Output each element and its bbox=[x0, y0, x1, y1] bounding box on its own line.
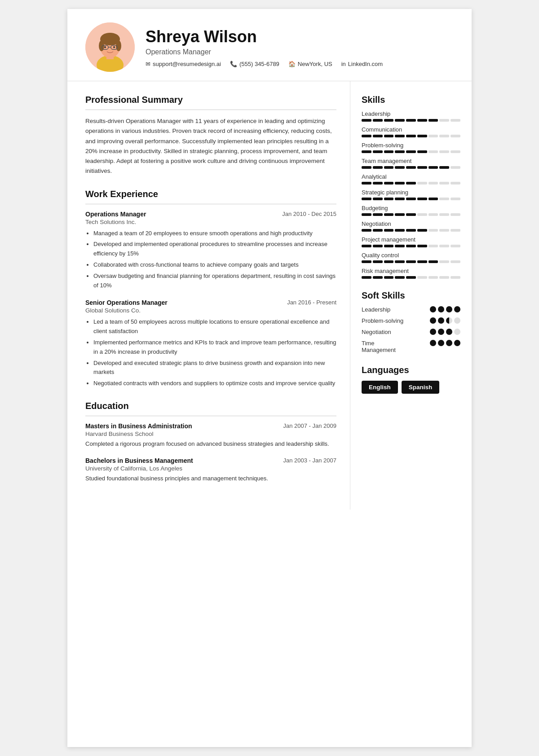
skill-item: Team management bbox=[362, 158, 460, 169]
skill-segment bbox=[417, 245, 427, 247]
skill-segment bbox=[406, 166, 416, 169]
skill-segment bbox=[417, 150, 427, 153]
skill-bar bbox=[362, 166, 460, 169]
location-icon: 🏠 bbox=[288, 61, 296, 67]
soft-skill-name: Leadership bbox=[362, 306, 426, 313]
skill-segment bbox=[373, 229, 383, 232]
skill-segment bbox=[439, 119, 449, 122]
skill-segment bbox=[439, 198, 449, 200]
skill-segment bbox=[429, 150, 438, 153]
svg-point-10 bbox=[104, 46, 106, 48]
skill-segment bbox=[384, 150, 394, 153]
skill-name: Strategic planning bbox=[362, 189, 460, 196]
edu-dates: Jan 2007 - Jan 2009 bbox=[283, 422, 336, 429]
job-dates: Jan 2016 - Present bbox=[287, 299, 336, 306]
skill-segment bbox=[384, 229, 394, 232]
edu-desc: Studied foundational business principles… bbox=[85, 474, 336, 483]
email-icon: ✉ bbox=[146, 61, 150, 67]
skill-segment bbox=[439, 229, 449, 232]
job-entry: Senior Operations Manager Jan 2016 - Pre… bbox=[85, 299, 336, 388]
edu-degree: Masters in Business Administration bbox=[85, 422, 192, 430]
skill-segment bbox=[429, 119, 438, 122]
edu-entry: Bachelors in Business Management Jan 200… bbox=[85, 457, 336, 483]
dot-filled bbox=[446, 306, 452, 312]
languages-title: Languages bbox=[362, 365, 460, 375]
summary-text: Results-driven Operations Manager with 1… bbox=[85, 116, 336, 176]
dot-empty bbox=[454, 329, 460, 335]
skill-segment bbox=[429, 198, 438, 200]
job-title: Senior Operations Manager bbox=[85, 299, 168, 306]
skill-segment bbox=[395, 182, 405, 185]
skill-item: Strategic planning bbox=[362, 189, 460, 200]
job-company: Tech Solutions Inc. bbox=[85, 219, 336, 225]
contact-row: ✉ support@resumedesign.ai 📞 (555) 345-67… bbox=[146, 61, 383, 67]
skill-name: Negotiation bbox=[362, 220, 460, 227]
bullet-item: Led a team of 50 employees across multip… bbox=[93, 317, 336, 336]
edu-dates: Jan 2003 - Jan 2007 bbox=[283, 457, 336, 464]
skills-title: Skills bbox=[362, 95, 460, 105]
skill-segment bbox=[395, 166, 405, 169]
skill-segment bbox=[451, 135, 460, 137]
skill-segment bbox=[362, 166, 371, 169]
bullet-item: Negotiated contracts with vendors and su… bbox=[93, 379, 336, 388]
bullet-item: Managed a team of 20 employees to ensure… bbox=[93, 229, 336, 238]
skill-bar bbox=[362, 229, 460, 232]
skill-segment bbox=[373, 119, 383, 122]
soft-skill-item: TimeManagement bbox=[362, 340, 460, 353]
contact-linkedin: in LinkedIn.com bbox=[341, 61, 383, 67]
edu-container: Masters in Business Administration Jan 2… bbox=[85, 422, 336, 483]
skill-segment bbox=[395, 229, 405, 232]
dot-half bbox=[446, 317, 452, 324]
skill-segment bbox=[395, 276, 405, 279]
skill-segment bbox=[451, 182, 460, 185]
skill-item: Quality control bbox=[362, 252, 460, 263]
edu-entry: Masters in Business Administration Jan 2… bbox=[85, 422, 336, 449]
skill-segment bbox=[362, 182, 371, 185]
dot-filled bbox=[438, 306, 444, 312]
bullet-item: Implemented performance metrics and KPIs… bbox=[93, 338, 336, 357]
soft-skill-dots bbox=[430, 306, 460, 312]
lang-badges: EnglishSpanish bbox=[362, 381, 460, 394]
skill-segment bbox=[451, 260, 460, 263]
skill-item: Analytical bbox=[362, 173, 460, 185]
education-divider bbox=[85, 416, 336, 416]
skill-segment bbox=[384, 260, 394, 263]
soft-skills-title: Soft Skills bbox=[362, 290, 460, 301]
summary-section: Professional Summary Results-driven Oper… bbox=[85, 95, 336, 176]
skill-bar bbox=[362, 150, 460, 153]
linkedin-icon: in bbox=[341, 61, 346, 67]
job-header: Senior Operations Manager Jan 2016 - Pre… bbox=[85, 299, 336, 306]
skill-segment bbox=[417, 182, 427, 185]
soft-skill-name: Problem-solving bbox=[362, 317, 426, 324]
bullet-item: Developed and implemented operational pr… bbox=[93, 240, 336, 259]
contact-phone: 📞 (555) 345-6789 bbox=[230, 61, 279, 67]
skill-segment bbox=[439, 166, 449, 169]
soft-skills-container: Leadership Problem-solving Negotiation T… bbox=[362, 306, 460, 353]
dot-filled bbox=[438, 340, 444, 346]
skill-segment bbox=[373, 166, 383, 169]
skill-segment bbox=[384, 198, 394, 200]
skill-segment bbox=[362, 276, 371, 279]
skill-segment bbox=[429, 229, 438, 232]
sidebar-column: Skills Leadership Communication Problem-… bbox=[350, 81, 472, 510]
skill-bar bbox=[362, 245, 460, 247]
skill-segment bbox=[373, 135, 383, 137]
job-title: Operations Manager bbox=[85, 211, 146, 218]
skill-segment bbox=[395, 135, 405, 137]
skill-bar bbox=[362, 260, 460, 263]
skill-segment bbox=[429, 276, 438, 279]
dot-filled bbox=[446, 329, 452, 335]
bullet-item: Developed and executed strategic plans t… bbox=[93, 359, 336, 378]
skill-segment bbox=[406, 150, 416, 153]
skill-segment bbox=[362, 245, 371, 247]
skill-segment bbox=[373, 276, 383, 279]
dot-filled bbox=[438, 329, 444, 335]
skill-segment bbox=[384, 119, 394, 122]
skill-segment bbox=[417, 260, 427, 263]
skill-bar bbox=[362, 198, 460, 200]
skill-segment bbox=[439, 150, 449, 153]
skill-segment bbox=[384, 182, 394, 185]
resume-document: Shreya Wilson Operations Manager ✉ suppo… bbox=[67, 9, 472, 747]
soft-skill-dots bbox=[430, 329, 460, 335]
header: Shreya Wilson Operations Manager ✉ suppo… bbox=[67, 9, 472, 81]
